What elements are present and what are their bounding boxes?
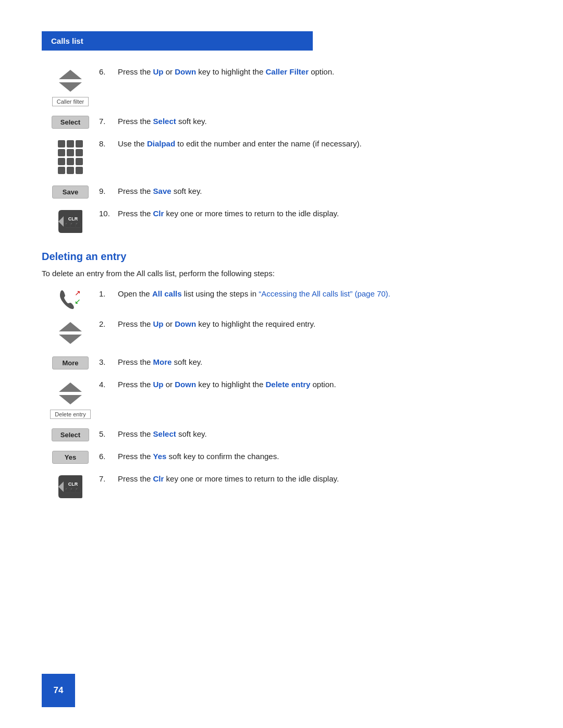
svg-text:↙: ↙ <box>75 297 81 305</box>
step-row: More3.Press the More soft key. <box>42 356 521 369</box>
step-row: 8.Use the Dialpad to edit the number and… <box>42 138 521 176</box>
step-row: CLR⬛⬛⬛7.Press the Clr key one or more ti… <box>42 473 521 500</box>
clr-icon: CLR⬛⬛⬛ <box>56 473 84 500</box>
step-icon-area: ↗↙ <box>42 288 99 309</box>
step-icon-area: Save <box>42 186 99 199</box>
step-number: 5. <box>99 428 115 438</box>
step-icon-area: More <box>42 356 99 369</box>
step-icon-area: CLR⬛⬛⬛ <box>42 473 99 500</box>
svg-text:CLR: CLR <box>68 216 78 221</box>
calls-list-icon: ↗↙ <box>58 288 83 309</box>
softkey-select: Select <box>52 428 89 441</box>
step-row: Select7.Press the Select soft key. <box>42 116 521 129</box>
step-text: Press the Select soft key. <box>118 428 521 440</box>
clr-icon: CLR⬛⬛⬛ <box>56 208 84 235</box>
svg-text:⬛⬛⬛: ⬛⬛⬛ <box>65 488 81 493</box>
step-number: 6. <box>99 66 115 76</box>
section1-steps: Caller filter6.Press the Up or Down key … <box>42 66 521 235</box>
step-number: 7. <box>99 116 115 126</box>
svg-text:⬛⬛⬛: ⬛⬛⬛ <box>65 223 81 228</box>
label-box: Delete entry <box>50 410 90 419</box>
step-number: 1. <box>99 288 115 298</box>
step-text: Press the More soft key. <box>118 356 521 368</box>
step-text: Press the Clr key one or more times to r… <box>118 208 521 220</box>
svg-text:↗: ↗ <box>75 289 81 297</box>
softkey-save: Save <box>52 186 89 199</box>
step-number: 8. <box>99 138 115 148</box>
step-number: 7. <box>99 473 115 483</box>
step-icon-area <box>42 318 99 347</box>
banner-title: Calls list <box>51 36 83 45</box>
step-row: 2.Press the Up or Down key to highlight … <box>42 318 521 347</box>
step-icon-area: Yes <box>42 451 99 464</box>
step-text: Press the Select soft key. <box>118 116 521 128</box>
softkey-more: More <box>52 356 89 369</box>
step-row: Save9.Press the Save soft key. <box>42 186 521 199</box>
step-number: 6. <box>99 451 115 461</box>
step-number: 2. <box>99 318 115 328</box>
step-icon-area: CLR⬛⬛⬛ <box>42 208 99 235</box>
page-number: 74 <box>42 674 75 707</box>
step-row: ↗↙1.Open the All calls list using the st… <box>42 288 521 309</box>
step-number: 9. <box>99 186 115 195</box>
step-text: Press the Save soft key. <box>118 186 521 198</box>
step-text: Use the Dialpad to edit the number and e… <box>118 138 521 150</box>
step-text: Press the Up or Down key to highlight th… <box>118 318 521 330</box>
label-box: Caller filter <box>52 97 89 106</box>
softkey-yes: Yes <box>52 451 89 464</box>
step-number: 10. <box>99 208 115 218</box>
step-icon-area: Caller filter <box>42 66 99 106</box>
step-number: 4. <box>99 379 115 389</box>
step-row: Delete entry4.Press the Up or Down key t… <box>42 379 521 419</box>
step-row: Caller filter6.Press the Up or Down key … <box>42 66 521 106</box>
step-row: Yes6.Press the Yes soft key to confirm t… <box>42 451 521 464</box>
step-icon-area: Select <box>42 428 99 441</box>
dialpad-icon <box>56 138 85 176</box>
step-text: Press the Clr key one or more times to r… <box>118 473 521 485</box>
step-text: Press the Yes soft key to confirm the ch… <box>118 451 521 463</box>
step-number: 3. <box>99 356 115 366</box>
section2-intro: To delete an entry from the All calls li… <box>42 269 521 278</box>
section2-title: Deleting an entry <box>42 251 521 263</box>
svg-text:CLR: CLR <box>68 482 78 487</box>
calls-list-banner: Calls list <box>42 31 313 51</box>
section2-steps: ↗↙1.Open the All calls list using the st… <box>42 288 521 500</box>
step-text: Open the All calls list using the steps … <box>118 288 521 300</box>
step-row: Select5.Press the Select soft key. <box>42 428 521 441</box>
step-text: Press the Up or Down key to highlight th… <box>118 379 521 391</box>
softkey-select: Select <box>52 116 89 129</box>
step-icon-area: Select <box>42 116 99 129</box>
step-text: Press the Up or Down key to highlight th… <box>118 66 521 78</box>
step-icon-area <box>42 138 99 176</box>
step-row: CLR⬛⬛⬛10.Press the Clr key one or more t… <box>42 208 521 235</box>
step-icon-area: Delete entry <box>42 379 99 419</box>
